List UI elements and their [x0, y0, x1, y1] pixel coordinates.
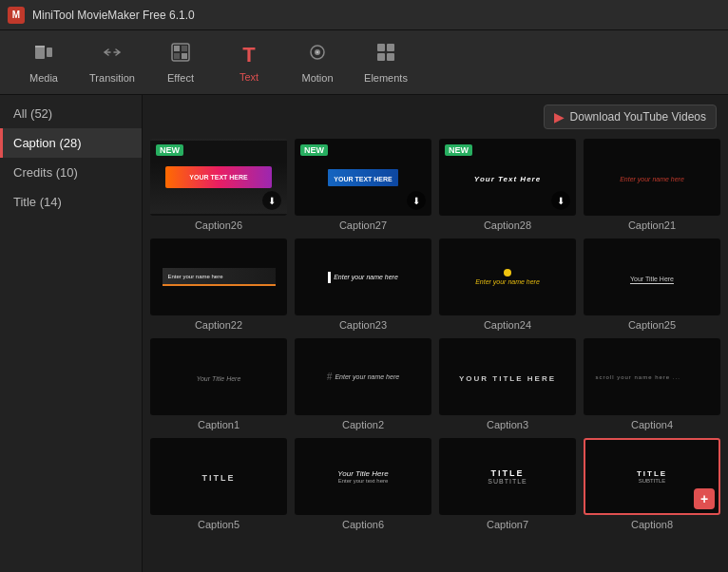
caption-label: Caption26: [195, 219, 242, 231]
sidebar: All (52) Caption (28) Credits (10) Title…: [0, 95, 143, 572]
caption26-thumb[interactable]: NEW YOUR TEXT HERE ⬇: [150, 139, 287, 216]
list-item[interactable]: YOUR TITLE HERE Caption3: [439, 338, 576, 430]
list-item[interactable]: Your Title Here Caption25: [584, 238, 720, 331]
sidebar-item-caption[interactable]: Caption (28): [0, 128, 142, 158]
svg-point-10: [316, 51, 318, 53]
text-label: Text: [239, 71, 259, 83]
caption5-thumb[interactable]: TITLE: [150, 438, 287, 515]
caption-label: Caption6: [342, 519, 384, 530]
download-icon: ▶: [554, 109, 565, 124]
svg-rect-4: [174, 46, 180, 51]
caption6-thumb[interactable]: Your Title Here Enter your text here: [295, 438, 431, 515]
caption-label: Caption23: [339, 319, 387, 331]
list-item[interactable]: NEW YOUR TEXT HERE ⬇ Caption27: [295, 139, 431, 231]
svg-rect-2: [35, 46, 45, 48]
list-item[interactable]: TITLE SUBTITLE + Caption8: [584, 438, 720, 530]
caption-label: Caption27: [339, 219, 387, 231]
transition-label: Transition: [89, 72, 135, 84]
svg-rect-6: [174, 53, 180, 59]
download-youtube-button[interactable]: ▶ Download YouTube Videos: [544, 105, 717, 129]
list-item[interactable]: Your Title Here Enter your text here Cap…: [295, 438, 431, 530]
caption2-thumb[interactable]: # Enter your name here: [295, 338, 431, 415]
list-item[interactable]: TITLE SUBTITLE Caption7: [439, 438, 576, 530]
media-icon: [33, 42, 54, 68]
caption3-thumb[interactable]: YOUR TITLE HERE: [439, 338, 576, 415]
main-layout: All (52) Caption (28) Credits (10) Title…: [0, 95, 728, 572]
new-badge: NEW: [445, 144, 472, 156]
caption28-thumb[interactable]: NEW Your Text Here ⬇: [439, 139, 576, 216]
caption7-thumb[interactable]: TITLE SUBTITLE: [439, 438, 576, 515]
caption-label: Caption8: [631, 519, 673, 530]
download-label: Download YouTube Videos: [570, 110, 706, 124]
sidebar-item-title[interactable]: Title (14): [0, 187, 142, 217]
content-area: ▶ Download YouTube Videos NEW YOUR TEXT …: [143, 95, 728, 572]
app-icon: M: [8, 7, 25, 24]
caption27-thumb[interactable]: NEW YOUR TEXT HERE ⬇: [295, 139, 431, 216]
caption24-thumb[interactable]: Enter your name here: [439, 238, 576, 315]
media-label: Media: [29, 72, 58, 84]
transition-icon: [102, 42, 123, 68]
list-item[interactable]: Your Title Here Caption1: [150, 338, 287, 430]
text-icon: T: [242, 43, 255, 67]
list-item[interactable]: Enter your name here Caption23: [295, 238, 431, 331]
list-item[interactable]: Enter your name here Caption24: [439, 238, 576, 331]
caption21-thumb[interactable]: Enter your name here: [584, 139, 720, 216]
caption-label: Caption2: [342, 419, 384, 430]
caption-label: Caption5: [198, 519, 239, 530]
svg-rect-1: [47, 48, 52, 57]
svg-rect-0: [35, 46, 45, 59]
caption-label: Caption24: [484, 319, 531, 331]
svg-rect-11: [377, 44, 385, 51]
motion-icon: [307, 42, 328, 68]
new-badge: NEW: [156, 144, 183, 156]
caption-label: Caption1: [198, 419, 239, 430]
caption-label: Caption25: [628, 319, 676, 331]
caption1-thumb[interactable]: Your Title Here: [150, 338, 287, 415]
app-title: MiniTool MovieMaker Free 6.1.0: [32, 9, 195, 22]
caption25-thumb[interactable]: Your Title Here: [584, 238, 720, 315]
caption-label: Caption28: [484, 219, 531, 231]
toolbar: Media Transition Effect T Text: [0, 30, 728, 95]
toolbar-text[interactable]: T Text: [217, 34, 281, 91]
download-overlay[interactable]: ⬇: [262, 191, 281, 210]
toolbar-effect[interactable]: Effect: [148, 34, 213, 91]
toolbar-transition[interactable]: Transition: [80, 34, 144, 91]
caption-label: Caption22: [195, 319, 242, 331]
caption8-thumb[interactable]: TITLE SUBTITLE +: [584, 438, 720, 515]
caption23-thumb[interactable]: Enter your name here: [295, 238, 431, 315]
toolbar-elements[interactable]: Elements: [354, 34, 418, 91]
elements-label: Elements: [364, 72, 408, 84]
list-item[interactable]: Enter your name here Caption21: [584, 139, 720, 231]
elements-icon: [375, 42, 396, 68]
list-item[interactable]: # Enter your name here Caption2: [295, 338, 431, 430]
list-item[interactable]: NEW YOUR TEXT HERE ⬇ Caption26: [150, 139, 287, 231]
svg-rect-13: [377, 53, 385, 61]
effect-label: Effect: [167, 72, 194, 84]
caption-label: Caption4: [631, 419, 673, 430]
svg-rect-12: [387, 44, 394, 51]
list-item[interactable]: Enter your name here Caption22: [150, 238, 287, 331]
download-overlay[interactable]: ⬇: [407, 191, 426, 210]
caption-label: Caption7: [487, 519, 528, 530]
sidebar-item-credits[interactable]: Credits (10): [0, 158, 142, 187]
add-overlay[interactable]: +: [694, 488, 715, 509]
caption4-thumb[interactable]: scroll your name here ...: [584, 338, 720, 415]
caption-label: Caption3: [487, 419, 528, 430]
effect-icon: [170, 42, 191, 68]
title-bar: M MiniTool MovieMaker Free 6.1.0: [0, 0, 728, 30]
svg-rect-5: [182, 46, 187, 51]
list-item[interactable]: NEW Your Text Here ⬇ Caption28: [439, 139, 576, 231]
sidebar-item-all[interactable]: All (52): [0, 99, 142, 128]
svg-rect-14: [387, 53, 394, 61]
toolbar-media[interactable]: Media: [11, 34, 76, 91]
new-badge: NEW: [300, 144, 328, 156]
download-overlay[interactable]: ⬇: [551, 191, 570, 210]
caption-label: Caption21: [628, 219, 676, 231]
list-item[interactable]: TITLE Caption5: [150, 438, 287, 530]
list-item[interactable]: scroll your name here ... Caption4: [584, 338, 720, 430]
content-topbar: ▶ Download YouTube Videos: [150, 103, 720, 131]
caption22-thumb[interactable]: Enter your name here: [150, 238, 287, 315]
captions-grid: NEW YOUR TEXT HERE ⬇ Caption26 NEW YOUR …: [150, 139, 720, 530]
toolbar-motion[interactable]: Motion: [285, 34, 350, 91]
svg-rect-7: [182, 53, 187, 59]
